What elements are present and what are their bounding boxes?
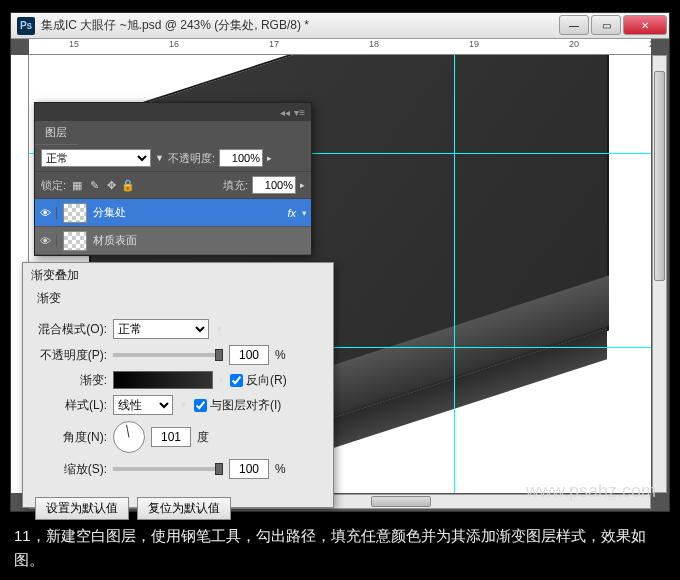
panel-menu-icon[interactable]: ▾≡ [294, 107, 305, 118]
angle-label: 角度(N): [35, 429, 107, 446]
style-label: 样式(L): [35, 397, 107, 414]
percent-label: % [275, 462, 286, 476]
slider-knob[interactable] [215, 463, 223, 475]
blend-mode-select[interactable]: 正常 [113, 319, 209, 339]
blend-row: 正常 ▼ 不透明度: ▸ [35, 145, 311, 172]
scale-value[interactable] [229, 459, 269, 479]
fill-label: 填充: [223, 178, 248, 193]
ps-app-icon: Ps [17, 17, 35, 35]
gradient-label: 渐变: [35, 372, 107, 389]
opacity-label: 不透明度(P): [35, 347, 107, 364]
window-title: 集成IC 大眼仔 ~旭.psd @ 243% (分集处, RGB/8) * [41, 17, 559, 34]
dropdown-icon[interactable]: ▾ [219, 375, 224, 385]
lock-transparent-icon[interactable]: ▦ [70, 178, 84, 192]
lock-icons-group: ▦ ✎ ✥ 🔒 [70, 178, 135, 192]
align-checkbox[interactable]: 与图层对齐(I) [194, 397, 281, 414]
ruler-tick: 16 [169, 39, 179, 49]
layer-thumbnail[interactable] [63, 203, 87, 223]
visibility-icon[interactable]: 👁 [35, 207, 57, 219]
style-subtitle: 渐变 [23, 288, 333, 309]
maximize-button[interactable]: ▭ [591, 15, 621, 35]
layer-name: 分集处 [93, 205, 126, 220]
dropdown-icon: ▼ [155, 153, 164, 163]
angle-dial[interactable] [113, 421, 145, 453]
watermark-text: www.68ps.com [50, 62, 171, 83]
ruler-tick: 21 [649, 39, 659, 49]
angle-unit: 度 [197, 429, 209, 446]
lock-label: 锁定: [41, 178, 66, 193]
reset-default-button[interactable]: 复位为默认值 [137, 497, 231, 520]
lock-row: 锁定: ▦ ✎ ✥ 🔒 填充: ▸ [35, 172, 311, 199]
dropdown-icon: ▼ [215, 324, 224, 334]
fx-badge[interactable]: fx [287, 207, 296, 219]
layer-row[interactable]: 👁 材质表面 [35, 227, 311, 255]
vertical-scrollbar[interactable] [652, 55, 667, 493]
style-title: 渐变叠加 [23, 263, 333, 288]
window-buttons: — ▭ ✕ [559, 13, 669, 38]
set-default-button[interactable]: 设置为默认值 [35, 497, 129, 520]
lock-position-icon[interactable]: ✥ [104, 178, 118, 192]
minimize-button[interactable]: — [559, 15, 589, 35]
scale-slider[interactable] [113, 467, 223, 471]
blend-mode-select[interactable]: 正常 [41, 149, 151, 167]
scrollbar-thumb[interactable] [371, 496, 431, 507]
expand-icon[interactable]: ▾ [302, 208, 307, 218]
ruler-tick: 17 [269, 39, 279, 49]
scrollbar-thumb[interactable] [654, 71, 665, 281]
opacity-input[interactable] [219, 149, 263, 167]
visibility-icon[interactable]: 👁 [35, 235, 57, 247]
panel-header: ◂◂ ▾≡ [35, 103, 311, 121]
angle-value[interactable] [151, 427, 191, 447]
ruler-tick: 15 [69, 39, 79, 49]
dropdown-icon: ▼ [179, 400, 188, 410]
slider-knob[interactable] [215, 349, 223, 361]
opacity-slider[interactable] [113, 353, 223, 357]
tutorial-caption: 11，新建空白图层，使用钢笔工具，勾出路径，填充任意颜色并为其添加渐变图层样式，… [14, 524, 666, 572]
opacity-label: 不透明度: [168, 151, 215, 166]
lock-all-icon[interactable]: 🔒 [121, 178, 135, 192]
title-bar: Ps 集成IC 大眼仔 ~旭.psd @ 243% (分集处, RGB/8) *… [11, 13, 669, 39]
reverse-checkbox[interactable]: 反向(R) [230, 372, 287, 389]
reverse-label: 反向(R) [246, 372, 287, 389]
close-button[interactable]: ✕ [623, 15, 667, 35]
style-body: 混合模式(O): 正常 ▼ 不透明度(P): % 渐变: ▾ 反向(R) 样式(… [23, 309, 333, 489]
dropdown-icon[interactable]: ▸ [300, 180, 305, 190]
layers-panel: ◂◂ ▾≡ 图层 正常 ▼ 不透明度: ▸ 锁定: ▦ ✎ ✥ 🔒 填充: ▸ … [34, 102, 312, 256]
gradient-swatch[interactable] [113, 371, 213, 389]
layers-tab[interactable]: 图层 [35, 121, 77, 145]
ruler-tick: 18 [369, 39, 379, 49]
scale-label: 缩放(S): [35, 461, 107, 478]
percent-label: % [275, 348, 286, 362]
horizontal-ruler[interactable]: 15 16 17 18 19 20 21 [29, 39, 651, 55]
button-row: 设置为默认值 复位为默认值 [23, 489, 333, 528]
layer-style-panel: 渐变叠加 渐变 混合模式(O): 正常 ▼ 不透明度(P): % 渐变: ▾ 反… [22, 262, 334, 508]
layer-name: 材质表面 [93, 233, 137, 248]
ruler-tick: 20 [569, 39, 579, 49]
layer-list: 👁 分集处 fx ▾ 👁 材质表面 [35, 199, 311, 255]
footer-watermark: www.psahz.com [526, 481, 656, 502]
layer-row[interactable]: 👁 分集处 fx ▾ [35, 199, 311, 227]
dropdown-icon[interactable]: ▸ [267, 153, 272, 163]
layer-thumbnail[interactable] [63, 231, 87, 251]
style-select[interactable]: 线性 [113, 395, 173, 415]
blend-mode-label: 混合模式(O): [35, 321, 107, 338]
lock-pixels-icon[interactable]: ✎ [87, 178, 101, 192]
opacity-value[interactable] [229, 345, 269, 365]
align-label: 与图层对齐(I) [210, 397, 281, 414]
guide-vertical[interactable] [454, 55, 455, 493]
fill-input[interactable] [252, 176, 296, 194]
collapse-icon[interactable]: ◂◂ [280, 107, 290, 118]
ruler-tick: 19 [469, 39, 479, 49]
